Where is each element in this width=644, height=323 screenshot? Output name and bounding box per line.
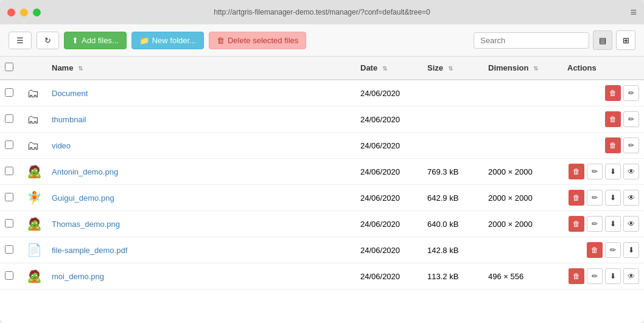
delete-selected-button[interactable]: 🗑 Delete selected files [209,32,306,49]
file-list-area[interactable]: Name ⇅ Date ⇅ Size ⇅ Dimension ⇅ Actions [0,57,644,323]
row-checkbox[interactable] [5,219,13,227]
new-folder-button[interactable]: 📁 New folder... [131,32,204,49]
row-icon: 🗂 [22,133,47,159]
file-name-link[interactable]: Document [52,89,88,98]
edit-button[interactable]: ✏ [587,268,603,284]
new-folder-label: New folder... [152,36,196,45]
select-all-checkbox[interactable] [5,63,13,71]
size-sort-icon: ⇅ [448,65,453,72]
header-date[interactable]: Date ⇅ [355,57,422,80]
delete-button[interactable]: 🗑 [569,268,584,284]
row-dimension: 2000 × 2000 [483,159,562,185]
actions-cell: 🗑✏ [567,137,639,153]
table-row: 🧟moi_demo.png24/06/2020113.2 kB496 × 556… [0,263,644,290]
edit-button[interactable]: ✏ [605,242,621,258]
edit-button[interactable]: ✏ [587,190,603,206]
preview-button[interactable]: 👁 [623,190,639,206]
row-name[interactable]: video [47,133,355,159]
search-area: ▤ ⊞ [474,30,635,50]
table-row: 📄file-sample_demo.pdf24/06/2020142.8 kB🗑… [0,237,644,263]
search-input[interactable] [474,32,589,49]
preview-button[interactable]: 👁 [623,164,639,179]
row-size: 142.8 kB [422,237,483,263]
menu-button[interactable]: ☰ [9,32,32,49]
image-icon: 🧟 [27,217,42,231]
file-name-link[interactable]: thumbnail [52,115,86,124]
grid-view-icon: ⊞ [623,36,629,45]
table-row: 🧚Guigui_demo.png24/06/2020642.9 kB2000 ×… [0,185,644,211]
image-icon: 🧟 [27,165,42,178]
row-name[interactable]: thumbnail [47,106,355,133]
row-size: 642.9 kB [422,185,483,211]
preview-button[interactable]: 👁 [623,268,639,284]
file-tbody: 🗂Document24/06/2020🗑✏🗂thumbnail24/06/202… [0,80,644,290]
row-checkbox[interactable] [5,245,13,254]
row-checkbox[interactable] [5,141,13,149]
download-button[interactable]: ⬇ [605,164,621,179]
edit-button[interactable]: ✏ [623,85,639,101]
row-date: 24/06/2020 [355,185,422,211]
download-button[interactable]: ⬇ [623,242,639,258]
download-button[interactable]: ⬇ [605,268,621,284]
row-name[interactable]: Antonin_demo.png [47,159,355,185]
row-dimension: 2000 × 2000 [483,185,562,211]
header-size[interactable]: Size ⇅ [422,57,483,80]
delete-button[interactable]: 🗑 [605,137,621,153]
row-checkbox[interactable] [5,88,13,97]
folder-icon: 🗂 [27,86,39,100]
row-checkbox[interactable] [5,114,13,123]
row-name[interactable]: moi_demo.png [47,263,355,290]
edit-button[interactable]: ✏ [623,137,639,153]
row-checkbox[interactable] [5,271,13,280]
delete-button[interactable]: 🗑 [605,111,621,127]
header-name[interactable]: Name ⇅ [47,57,355,80]
minimize-button[interactable] [20,9,28,16]
row-name[interactable]: Thomas_demo.png [47,211,355,237]
close-button[interactable] [7,9,15,16]
row-actions: 🗑✏⬇👁 [562,263,644,290]
row-size [422,80,483,106]
delete-button[interactable]: 🗑 [569,190,584,206]
delete-button[interactable]: 🗑 [605,85,621,101]
preview-button[interactable]: 👁 [623,216,639,232]
grid-view-button[interactable]: ⊞ [616,30,635,50]
image-icon: 🧚 [27,191,42,204]
file-name-link[interactable]: Antonin_demo.png [52,167,118,176]
edit-button[interactable]: ✏ [587,164,603,179]
actions-cell: 🗑✏⬇👁 [567,190,639,206]
download-button[interactable]: ⬇ [605,190,621,206]
add-files-button[interactable]: ⬆ Add files... [64,32,127,49]
refresh-button[interactable]: ↻ [37,32,59,49]
file-name-link[interactable]: Thomas_demo.png [52,220,120,229]
row-dimension [483,80,562,106]
row-actions: 🗑✏ [562,106,644,133]
file-name-link[interactable]: Guigui_demo.png [52,193,114,203]
hamburger-icon: ☰ [16,36,24,45]
menu-icon[interactable]: ≡ [630,7,637,18]
maximize-button[interactable] [33,9,41,16]
row-actions: 🗑✏ [562,80,644,106]
row-actions: 🗑✏⬇👁 [562,211,644,237]
edit-button[interactable]: ✏ [587,216,603,232]
header-dimension[interactable]: Dimension ⇅ [483,57,562,80]
add-files-label: Add files... [82,36,119,45]
upload-icon: ⬆ [72,36,79,45]
row-name[interactable]: file-sample_demo.pdf [47,237,355,263]
row-name[interactable]: Guigui_demo.png [47,185,355,211]
row-checkbox[interactable] [5,167,13,175]
refresh-icon: ↻ [44,36,51,45]
header-actions: Actions [562,57,644,80]
file-name-link[interactable]: file-sample_demo.pdf [52,246,127,255]
row-checkbox[interactable] [5,193,13,201]
file-name-link[interactable]: video [52,141,71,150]
delete-button[interactable]: 🗑 [587,242,603,258]
list-view-button[interactable]: ▤ [593,30,612,50]
delete-button[interactable]: 🗑 [569,164,584,179]
image-icon: 🧟 [27,269,42,283]
download-button[interactable]: ⬇ [605,216,621,232]
edit-button[interactable]: ✏ [623,111,639,127]
row-name[interactable]: Document [47,80,355,106]
delete-button[interactable]: 🗑 [569,216,584,232]
file-name-link[interactable]: moi_demo.png [52,272,104,281]
app-window: http://artgris-filemanager-demo.test/man… [0,0,644,323]
